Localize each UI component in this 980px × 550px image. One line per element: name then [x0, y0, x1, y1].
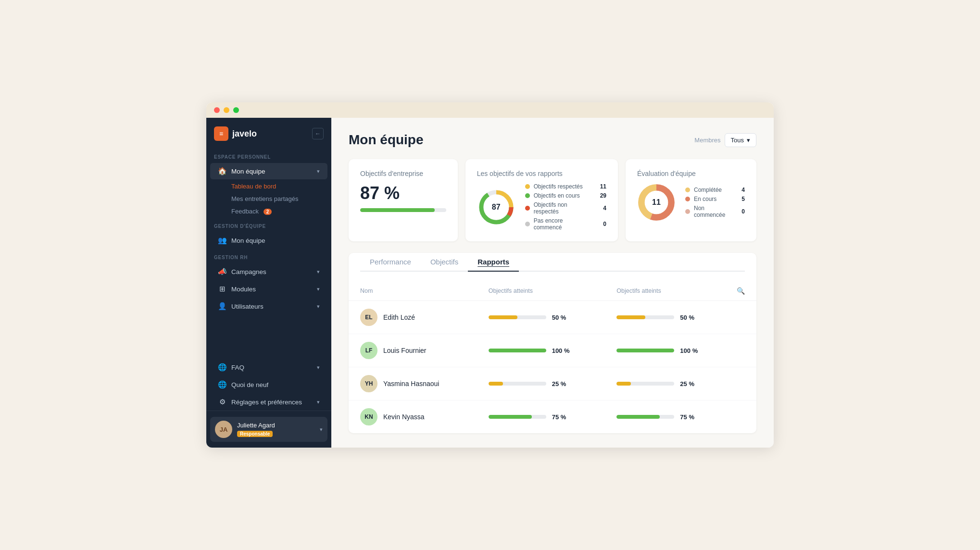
mini-progress-outer [489, 315, 546, 319]
legend-count-3: 4 [595, 205, 606, 212]
sidebar-item-reglages-label: Réglages et préférences [231, 399, 312, 406]
members-label: Membres [694, 137, 720, 144]
mini-progress-outer-2 [616, 415, 674, 419]
close-dot[interactable] [214, 107, 220, 113]
team-icon: 👥 [218, 236, 226, 245]
sidebar-item-news-label: Quoi de neuf [231, 381, 320, 388]
table-row: KN Kevin Nyassa 75 % 75 % [349, 400, 756, 433]
legend-count-4: 0 [595, 221, 606, 227]
maximize-dot[interactable] [233, 107, 239, 113]
sidebar-collapse-button[interactable]: ← [312, 128, 324, 139]
members-filter: Membres Tous ▾ [694, 133, 756, 147]
person-cell-yh: YH Yasmina Hasnaoui [360, 375, 489, 392]
eval-legend-count-3: 0 [734, 208, 745, 215]
progress-cell-el-1: 50 % [489, 314, 617, 321]
legend-item: Objectifs respectés 11 [525, 183, 606, 190]
table-row: LF Louis Fournier 100 % 100 % [349, 334, 756, 367]
sidebar-item-reglages[interactable]: ⚙ Réglages et préférences ▾ [210, 394, 327, 410]
eval-legend-label-1: Complétée [694, 187, 722, 193]
legend-dot-3 [525, 206, 530, 211]
sidebar-item-utilisateurs-label: Utilisateurs [231, 303, 312, 310]
eval-legend-count-1: 4 [734, 187, 745, 193]
percent-label-lf-2: 100 % [680, 347, 698, 354]
tab-performance[interactable]: Performance [360, 253, 421, 272]
sidebar: ≡ javelo ← ESPACE PERSONNEL 🏠 Mon équipe… [206, 118, 331, 448]
table-row: YH Yasmina Hasnaoui 25 % 25 % [349, 367, 756, 400]
chevron-down-icon-3: ▾ [317, 286, 320, 292]
tab-rapports[interactable]: Rapports [468, 253, 519, 272]
sidebar-item-mon-equipe-2[interactable]: 👥 Mon équipe [210, 232, 327, 249]
sidebar-sub-entretiens-partages[interactable]: Mes entretiens partagés [231, 193, 327, 205]
progress-cell-yh-1: 25 % [489, 380, 617, 388]
progress-cell-kn-1: 75 % [489, 413, 617, 421]
user-role-badge: Responsable [237, 431, 273, 437]
page-header: Mon équipe Membres Tous ▾ [349, 132, 756, 148]
utilisateurs-icon: 👤 [218, 302, 226, 311]
legend-label-1: Objectifs respectés [534, 183, 583, 190]
percent-label-yh-2: 25 % [680, 380, 694, 388]
donut-legend-rapports: Objectifs respectés 11 Objectifs en cour… [525, 183, 606, 231]
sidebar-item-utilisateurs[interactable]: 👤 Utilisateurs ▾ [210, 298, 327, 314]
sidebar-item-quoi-de-neuf[interactable]: 🌐 Quoi de neuf [210, 376, 327, 393]
mini-progress-outer-2 [616, 382, 674, 386]
minimize-dot[interactable] [224, 107, 229, 113]
stat-card-title-1: Objectifs d'entreprise [360, 170, 446, 177]
mini-progress-outer [489, 415, 546, 419]
person-cell-kn: KN Kevin Nyassa [360, 408, 489, 425]
titlebar [206, 102, 774, 118]
sidebar-item-campagnes[interactable]: 📣 Campagnes ▾ [210, 263, 327, 280]
user-card[interactable]: JA Juliette Agard Responsable ▾ [210, 417, 327, 442]
eval-card-inner: 11 Complétée 4 En cours 5 [637, 183, 745, 222]
campagnes-icon: 📣 [218, 267, 226, 276]
mini-progress-fill-2 [616, 315, 645, 319]
eval-legend-dot-1 [685, 188, 690, 192]
chevron-down-icon-5: ▾ [317, 364, 320, 371]
progress-cell-lf-1: 100 % [489, 347, 617, 354]
app-window: ≡ javelo ← ESPACE PERSONNEL 🏠 Mon équipe… [206, 102, 774, 448]
donut-chart-rapports: 87 [477, 188, 515, 226]
main-progress-fill [360, 208, 435, 212]
donut-card-inner: 87 Objectifs respectés 11 Objectifs en c… [477, 183, 606, 231]
tab-objectifs[interactable]: Objectifs [421, 253, 468, 272]
chevron-down-icon-2: ▾ [317, 269, 320, 275]
mini-progress-outer-2 [616, 349, 674, 352]
legend-label-4: Pas encore commencé [534, 217, 592, 231]
sidebar-sub-feedback[interactable]: Feedback 2 [231, 205, 327, 217]
mini-progress-fill-2 [616, 349, 674, 352]
progress-cell-el-2: 50 % [616, 314, 745, 321]
stat-card-title-3: Évaluation d'équipe [637, 170, 745, 177]
page-title: Mon équipe [349, 132, 424, 148]
avatar-el: EL [360, 309, 377, 326]
sidebar-item-modules[interactable]: ⊞ Modules ▾ [210, 281, 327, 297]
table-header-objectifs1: Objectifs atteints [489, 288, 617, 294]
eval-legend-label-3: Non commencée [694, 205, 730, 218]
sidebar-item-label: Mon équipe [231, 168, 312, 175]
feedback-badge: 2 [264, 209, 272, 215]
search-icon-button[interactable]: 🔍 [737, 287, 745, 295]
avatar-yh: YH [360, 375, 377, 392]
chevron-down-icon-4: ▾ [317, 303, 320, 310]
faq-icon: 🌐 [218, 363, 226, 372]
chevron-down-icon: ▾ [317, 168, 320, 175]
eval-donut-center-value: 11 [652, 198, 661, 207]
sidebar-sub-tableau-de-bord[interactable]: Tableau de bord [231, 180, 327, 192]
legend-item: Objectifs en cours 29 [525, 192, 606, 199]
main-table-container: Performance Objectifs Rapports Nom Objec… [349, 253, 756, 433]
percent-label-el-1: 50 % [552, 314, 566, 321]
legend-item: Pas encore commencé 0 [525, 217, 606, 231]
sidebar-item-mon-equipe[interactable]: 🏠 Mon équipe ▾ [210, 163, 327, 179]
legend-dot-4 [525, 222, 530, 226]
avatar-lf: LF [360, 342, 377, 359]
sidebar-item-faq[interactable]: 🌐 FAQ ▾ [210, 359, 327, 375]
members-select[interactable]: Tous ▾ [725, 133, 756, 147]
percent-label-el-2: 50 % [680, 314, 694, 321]
mini-progress-fill [489, 382, 503, 386]
mini-progress-fill [489, 349, 546, 352]
eval-legend: Complétée 4 En cours 5 Non commencée [685, 187, 745, 218]
legend-label-2: Objectifs en cours [534, 192, 580, 199]
donut-chart-eval: 11 [637, 183, 676, 222]
person-cell-el: EL Edith Lozé [360, 309, 489, 326]
progress-cell-kn-2: 75 % [616, 413, 745, 421]
person-name-el: Edith Lozé [383, 313, 415, 321]
mini-progress-outer [489, 382, 546, 386]
